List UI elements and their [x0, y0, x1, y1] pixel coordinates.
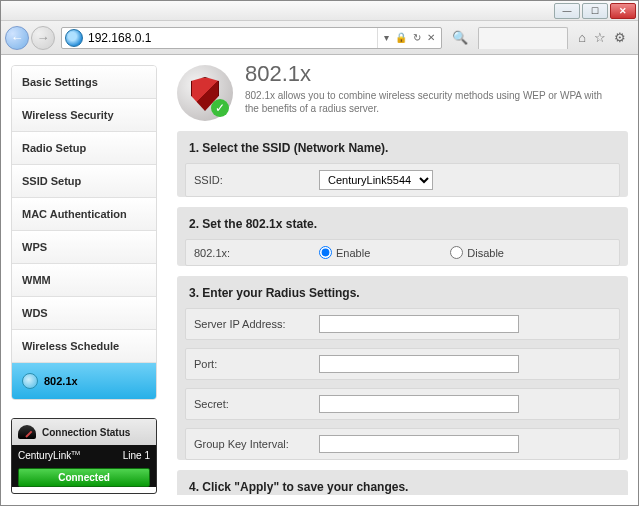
ie-icon [65, 29, 83, 47]
enable-radio[interactable] [319, 246, 332, 259]
forward-button[interactable]: → [31, 26, 55, 50]
lock-icon: 🔒 [393, 32, 409, 43]
state-label: 802.1x: [194, 247, 319, 259]
server-ip-input[interactable] [319, 315, 519, 333]
sidebar-item-wireless-security[interactable]: Wireless Security [12, 99, 156, 132]
panel-ssid: 1. Select the SSID (Network Name). SSID:… [177, 131, 628, 197]
disable-radio[interactable] [450, 246, 463, 259]
section-3-title: 3. Enter your Radius Settings. [177, 276, 628, 308]
ssid-label: SSID: [194, 174, 319, 186]
page-subtitle: 802.1x allows you to combine wireless se… [245, 89, 605, 115]
sidebar-item-basic-settings[interactable]: Basic Settings [12, 66, 156, 99]
sidebar-item-mac-authentication[interactable]: MAC Authentication [12, 198, 156, 231]
server-ip-label: Server IP Address: [194, 318, 319, 330]
port-input[interactable] [319, 355, 519, 373]
connection-line-info: CenturyLinkTM Line 1 [12, 445, 156, 466]
section-2-title: 2. Set the 802.1x state. [177, 207, 628, 239]
sidebar-nav: Basic Settings Wireless Security Radio S… [11, 65, 157, 400]
window-maximize-button[interactable]: ☐ [582, 3, 608, 19]
connection-status-title: Connection Status [42, 427, 130, 438]
address-tools: ▾ 🔒 ↻ ✕ [377, 28, 441, 48]
sidebar-item-wds[interactable]: WDS [12, 297, 156, 330]
search-icon[interactable]: 🔍 [448, 30, 472, 45]
gauge-icon [18, 425, 36, 439]
dropdown-icon[interactable]: ▾ [382, 32, 391, 43]
enable-radio-label[interactable]: Enable [319, 246, 370, 259]
sidebar-item-ssid-setup[interactable]: SSID Setup [12, 165, 156, 198]
gki-input[interactable] [319, 435, 519, 453]
shield-icon: ✓ [177, 65, 233, 121]
sidebar-item-wireless-schedule[interactable]: Wireless Schedule [12, 330, 156, 363]
secret-input[interactable] [319, 395, 519, 413]
ssid-select[interactable]: CenturyLink5544 [319, 170, 433, 190]
connection-status-badge: Connected [18, 468, 150, 487]
browser-tab-blank[interactable] [478, 27, 568, 49]
panel-apply: 4. Click "Apply" to save your changes. A… [177, 470, 628, 495]
content-area: ✓ 802.1x 802.1x allows you to combine wi… [161, 55, 638, 505]
browser-toolbar: ← → ▾ 🔒 ↻ ✕ 🔍 ⌂ ☆ ⚙ [1, 21, 638, 55]
connection-status-widget: Connection Status CenturyLinkTM Line 1 C… [11, 418, 157, 494]
window-close-button[interactable]: ✕ [610, 3, 636, 19]
stop-icon[interactable]: ✕ [425, 32, 437, 43]
panel-state: 2. Set the 802.1x state. 802.1x: Enable … [177, 207, 628, 266]
secret-label: Secret: [194, 398, 319, 410]
sidebar-item-wmm[interactable]: WMM [12, 264, 156, 297]
section-4-title: 4. Click "Apply" to save your changes. [177, 470, 628, 495]
url-input[interactable] [86, 29, 377, 47]
back-button[interactable]: ← [5, 26, 29, 50]
sidebar-item-8021x[interactable]: 802.1x [12, 363, 156, 399]
page-title: 802.1x [245, 61, 605, 87]
favorites-icon[interactable]: ☆ [594, 30, 606, 45]
section-1-title: 1. Select the SSID (Network Name). [177, 131, 628, 163]
sidebar: Basic Settings Wireless Security Radio S… [1, 55, 161, 505]
address-bar[interactable]: ▾ 🔒 ↻ ✕ [61, 27, 442, 49]
refresh-icon[interactable]: ↻ [411, 32, 423, 43]
window-titlebar: — ☐ ✕ [1, 1, 638, 21]
window-minimize-button[interactable]: — [554, 3, 580, 19]
gki-label: Group Key Interval: [194, 438, 319, 450]
port-label: Port: [194, 358, 319, 370]
sidebar-item-radio-setup[interactable]: Radio Setup [12, 132, 156, 165]
gear-icon[interactable]: ⚙ [614, 30, 626, 45]
panel-radius: 3. Enter your Radius Settings. Server IP… [177, 276, 628, 460]
home-icon[interactable]: ⌂ [578, 30, 586, 45]
sidebar-item-wps[interactable]: WPS [12, 231, 156, 264]
page-header: ✓ 802.1x 802.1x allows you to combine wi… [177, 61, 628, 121]
disable-radio-label[interactable]: Disable [450, 246, 504, 259]
